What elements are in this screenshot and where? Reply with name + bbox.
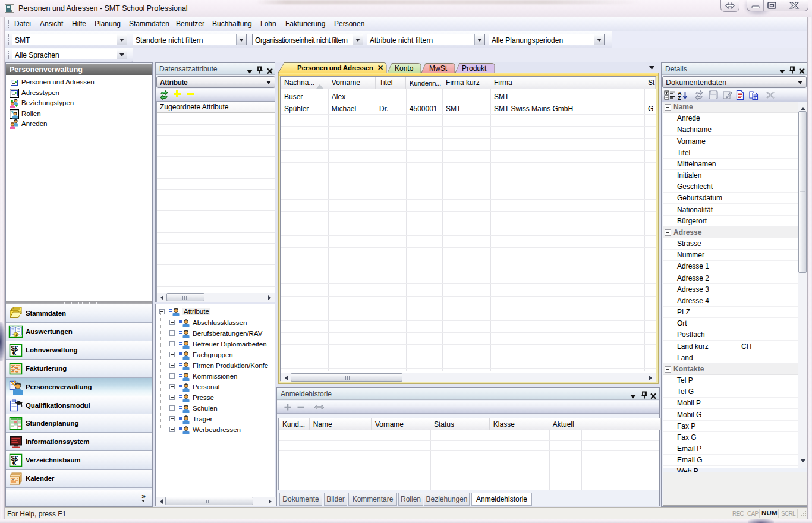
- svg-text:€: €: [12, 459, 16, 467]
- svg-text:?: ?: [11, 110, 14, 115]
- svg-text:Z: Z: [678, 95, 681, 100]
- svg-text:€: €: [12, 349, 16, 356]
